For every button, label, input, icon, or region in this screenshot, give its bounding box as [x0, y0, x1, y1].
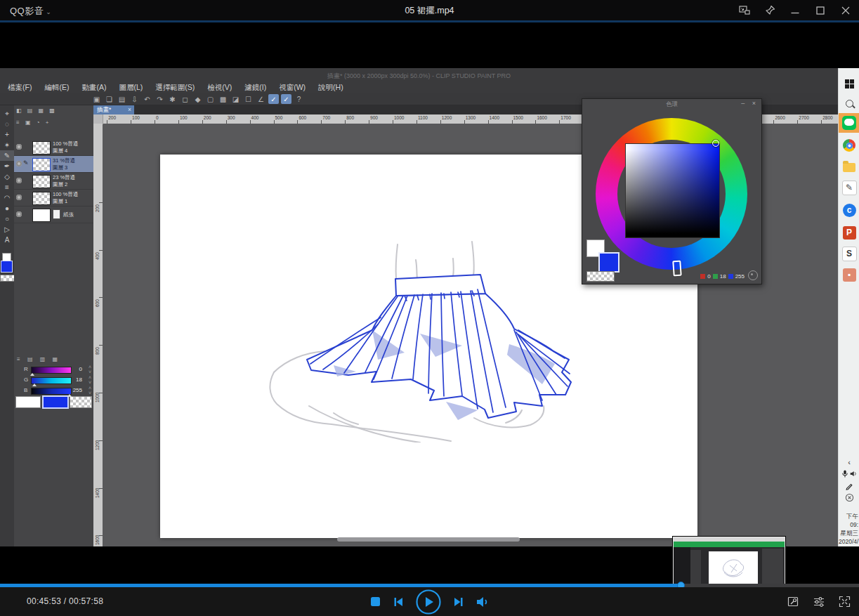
mini-mode-icon[interactable] [737, 3, 752, 18]
layer-visible-eye-icon[interactable] [16, 178, 22, 183]
slider-track[interactable] [31, 377, 72, 384]
menu-圖層L[interactable]: 圖層(L) [112, 83, 149, 93]
slider-stepper[interactable]: ˄˅ [88, 365, 91, 374]
frame-icon[interactable]: ☐ [243, 94, 254, 104]
slider-track[interactable] [31, 388, 72, 395]
sv-cursor-icon[interactable] [712, 140, 719, 147]
layer-visible-eye-icon[interactable] [16, 161, 22, 166]
layer-blend-icons[interactable]: ≡ ▣ ◔ + [16, 119, 51, 126]
slider-marker-icon[interactable] [67, 394, 72, 397]
panel-tab-icons[interactable]: ◧ ▤ ▦ ▩ [16, 107, 57, 114]
grid-icon[interactable]: ▩ [218, 94, 228, 104]
menu-濾鏡I[interactable]: 濾鏡(I) [238, 83, 273, 93]
file-explorer-icon[interactable] [839, 157, 859, 176]
pen-tool-icon[interactable]: ✎ [0, 150, 14, 161]
menu-檢視V[interactable]: 檢視(V) [201, 83, 238, 93]
saturation-value-square[interactable] [625, 143, 720, 238]
menu-檔案F[interactable]: 檔案(F) [1, 83, 38, 93]
new-file-icon[interactable]: ❏ [104, 94, 114, 104]
layer-row[interactable]: ✎31 %普通圖層 3 [14, 156, 93, 173]
layer-visible-eye-icon[interactable] [16, 144, 22, 150]
transparent-swatch[interactable] [586, 271, 615, 282]
pen-workspace-icon[interactable] [839, 480, 859, 492]
screenshot-tools-icon[interactable] [787, 596, 799, 608]
zoom-tool-icon[interactable]: ⌖ [0, 108, 14, 119]
clip-studio-icon[interactable]: ✎ [839, 178, 859, 197]
slider-stepper[interactable]: ˄˅ [88, 375, 91, 385]
layer-row[interactable]: 23 %普通圖層 2 [14, 173, 93, 190]
canvas-tab[interactable]: 插畫*× [93, 105, 134, 114]
hue-cursor-icon[interactable] [672, 261, 682, 277]
tray-audio-icons[interactable] [839, 468, 859, 480]
menu-選擇範圍S[interactable]: 選擇範圍(S) [149, 83, 201, 93]
material-icon[interactable]: ▣ [91, 94, 102, 104]
stop-button[interactable] [370, 596, 381, 607]
notification-dismiss-icon[interactable] [839, 492, 859, 504]
snap-ruler-icon[interactable]: ✓ [268, 94, 279, 104]
move-tool-icon[interactable]: + [0, 129, 14, 140]
decoration-tool-icon[interactable]: ≡ [0, 182, 14, 192]
volume-button[interactable] [476, 596, 490, 608]
help-icon[interactable]: ? [294, 94, 304, 104]
windows-start-icon[interactable] [839, 74, 859, 93]
layer-row[interactable]: 100 %普通圖層 1 [14, 190, 93, 207]
slider-panel-tabs[interactable]: ≡ ▤ ▥ ▦ [17, 356, 60, 362]
previous-button[interactable] [393, 596, 404, 608]
snap-special-ruler-icon[interactable]: ✓ [281, 94, 291, 104]
panel-close-icon[interactable]: – × [741, 100, 759, 107]
layer-thumbnail[interactable] [32, 158, 51, 171]
misc-app-icon[interactable]: ▪ [839, 265, 859, 284]
next-button[interactable] [453, 596, 464, 608]
layer-thumbnail[interactable] [32, 141, 51, 155]
navigator-icon[interactable]: ◆ [192, 94, 203, 104]
menu-編輯E[interactable]: 編輯(E) [38, 83, 75, 93]
layer-row[interactable]: 紙張 [14, 207, 93, 223]
eraser-tool-icon[interactable]: ◇ [0, 171, 14, 182]
tray-expand-icon[interactable]: ‹ [839, 456, 859, 468]
windows-search-icon[interactable] [839, 93, 859, 113]
video-display-area[interactable]: 插畫* (3000 x 2000px 300dpi 50.0%) - CLIP … [0, 22, 859, 584]
line-messenger-icon[interactable] [839, 113, 859, 133]
fullscreen-icon[interactable] [839, 596, 851, 608]
clip-studio-alt-icon[interactable]: S [839, 244, 859, 263]
redo-icon[interactable]: ↷ [155, 94, 165, 104]
taskbar-clock[interactable]: 下午 09: 星期三 2020/4/ [839, 512, 858, 546]
layer-visible-eye-icon[interactable] [16, 195, 22, 200]
chrome-browser-icon[interactable] [839, 136, 859, 155]
menu-視窗W[interactable]: 視窗(W) [273, 83, 312, 93]
main-color-swatch[interactable] [42, 395, 69, 409]
main-color-swatch[interactable] [1, 261, 13, 273]
slider-track[interactable] [31, 367, 72, 374]
open-file-icon[interactable]: ▤ [117, 94, 127, 104]
layer-row[interactable]: 100 %普通圖層 4 [14, 139, 93, 156]
menu-說明H[interactable]: 說明(H) [312, 83, 350, 93]
snap-angle-icon[interactable]: ∠ [256, 94, 266, 104]
layer-thumbnail[interactable] [32, 192, 51, 205]
text-tool-icon[interactable]: A [0, 235, 14, 245]
color-mode-icon[interactable] [748, 270, 758, 280]
menu-動畫A[interactable]: 動畫(A) [75, 83, 112, 93]
settings-gear-icon[interactable]: ✱ [167, 94, 178, 104]
play-button[interactable] [416, 589, 441, 615]
slider-stepper[interactable]: ˄˅ [88, 386, 91, 395]
brush-tool-icon[interactable]: ✒ [0, 161, 14, 171]
operation-tool-icon[interactable]: ▷ [0, 224, 14, 235]
playlist-settings-icon[interactable] [813, 596, 825, 608]
layer-visible-eye-icon[interactable] [16, 211, 22, 217]
main-color-swatch[interactable] [598, 252, 619, 273]
fill-tool-icon[interactable]: ● [0, 203, 14, 214]
transparent-swatch[interactable] [70, 396, 92, 408]
powerpoint-icon[interactable]: P [839, 223, 859, 242]
sub-color-swatch[interactable] [15, 396, 41, 408]
lasso-tool-icon[interactable]: ◌ [0, 119, 14, 129]
pin-on-top-icon[interactable] [762, 3, 778, 18]
layer-thumbnail[interactable] [32, 175, 51, 188]
close-tab-icon[interactable]: × [128, 105, 131, 114]
tone-icon[interactable]: ◪ [230, 94, 241, 104]
transparent-color-swatch[interactable] [0, 275, 15, 282]
minimize-icon[interactable] [787, 3, 803, 18]
blend-tool-icon[interactable]: ◠ [0, 192, 14, 203]
undo-icon[interactable]: ↶ [142, 94, 152, 104]
canvas-horizontal-scrollbar[interactable] [337, 537, 520, 542]
export-icon[interactable]: ⇩ [129, 94, 140, 104]
